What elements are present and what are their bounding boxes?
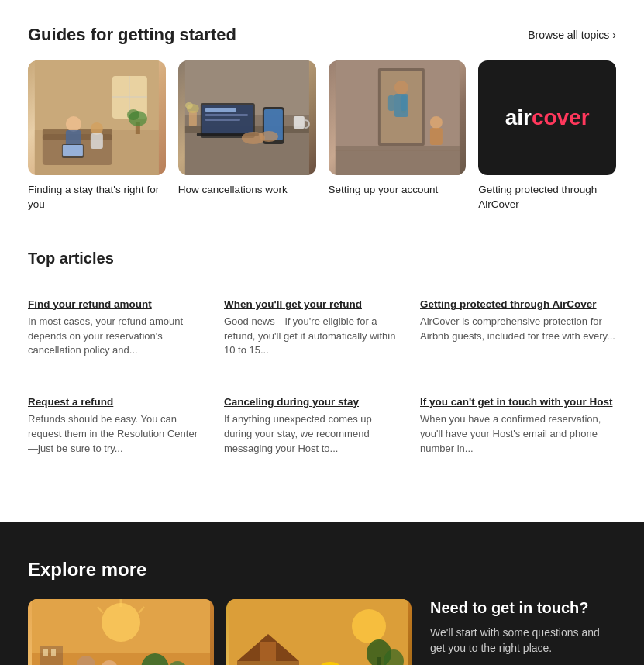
svg-rect-68 (237, 661, 299, 665)
article-desc-when-refund: Good news—if you're eligible for a refun… (224, 315, 401, 359)
guide-card-aircover-label: Getting protected through AirCover (478, 183, 616, 212)
guide-card-setting-up-label: Setting up your account (329, 183, 467, 198)
explore-layout: Our community policies How we build a fo… (28, 599, 616, 665)
chevron-right-icon: › (612, 29, 616, 41)
explore-section: Explore more (0, 522, 644, 665)
article-item-aircover-protection: Getting protected through AirCover AirCo… (420, 286, 616, 378)
svg-rect-42 (400, 95, 406, 111)
explore-card-community[interactable]: Our community policies How we build a fo… (28, 599, 214, 665)
article-item-cant-reach-host: If you can't get in touch with your Host… (420, 377, 616, 475)
article-desc-cant-reach-host: When you have a confirmed reservation, y… (420, 412, 616, 457)
guide-card-finding-stay-label: Finding a stay that's right for you (28, 183, 166, 212)
svg-point-32 (185, 102, 193, 109)
guide-card-finding-stay[interactable]: Finding a stay that's right for you (28, 60, 166, 212)
svg-rect-22 (205, 114, 248, 116)
articles-grid: Find your refund amount In most cases, y… (28, 286, 616, 475)
article-item-request-refund: Request a refund Refunds should be easy.… (28, 377, 224, 475)
svg-rect-21 (205, 108, 236, 112)
svg-rect-29 (294, 116, 305, 129)
explore-cards: Our community policies How we build a fo… (28, 599, 412, 665)
guide-card-setting-up[interactable]: Setting up your account (329, 60, 467, 212)
svg-point-8 (91, 122, 103, 135)
top-articles-title: Top articles (28, 250, 616, 267)
svg-rect-41 (387, 95, 394, 111)
explore-card-safety[interactable]: Safety tips and guidelines Resources to … (226, 599, 412, 665)
article-link-canceling-stay[interactable]: Canceling during your stay (224, 396, 401, 408)
guide-card-cancellations-label: How cancellations work (178, 183, 316, 198)
explore-title: Explore more (28, 559, 616, 581)
article-desc-canceling-stay: If anything unexpected comes up during y… (224, 412, 401, 457)
guide-card-aircover[interactable]: aircover Getting protected through AirCo… (478, 60, 616, 212)
svg-rect-70 (260, 642, 276, 661)
article-item-refund-amount: Find your refund amount In most cases, y… (28, 286, 224, 378)
article-desc-request-refund: Refunds should be easy. You can request … (28, 412, 205, 457)
svg-rect-9 (91, 133, 103, 149)
browse-all-link[interactable]: Browse all topics › (528, 29, 616, 41)
contact-box: Need to get in touch? We'll start with s… (430, 599, 616, 665)
contact-title: Need to get in touch? (430, 599, 616, 617)
svg-rect-64 (51, 649, 56, 656)
svg-point-39 (394, 81, 408, 95)
top-articles-section: Top articles Find your refund amount In … (28, 250, 616, 475)
aircover-cover-text: cover (532, 105, 590, 129)
article-link-refund-amount[interactable]: Find your refund amount (28, 298, 205, 310)
svg-point-67 (352, 609, 386, 643)
article-desc-aircover-protection: AirCover is comprehensive protection for… (420, 315, 616, 344)
svg-rect-23 (205, 119, 240, 121)
article-link-request-refund[interactable]: Request a refund (28, 396, 205, 408)
guides-title: Guides for getting started (28, 25, 236, 45)
article-item-canceling-stay: Canceling during your stay If anything u… (224, 377, 420, 475)
svg-rect-45 (335, 150, 459, 151)
contact-desc: We'll start with some questions and get … (430, 625, 616, 656)
guide-card-cancellations[interactable]: How cancellations work (178, 60, 316, 212)
guides-grid: Finding a stay that's right for you (28, 60, 616, 212)
article-link-cant-reach-host[interactable]: If you can't get in touch with your Host (420, 396, 616, 408)
svg-point-4 (66, 116, 81, 132)
svg-point-48 (102, 603, 140, 642)
svg-rect-7 (63, 145, 83, 156)
svg-rect-63 (43, 649, 48, 656)
svg-rect-44 (429, 128, 442, 145)
article-link-when-refund[interactable]: When you'll get your refund (224, 298, 401, 310)
svg-point-43 (429, 116, 442, 129)
article-item-when-refund: When you'll get your refund Good news—if… (224, 286, 420, 378)
svg-point-15 (127, 109, 139, 120)
aircover-air-text: air (505, 105, 532, 129)
svg-point-28 (260, 131, 278, 142)
article-desc-refund-amount: In most cases, your refund amount depend… (28, 315, 205, 359)
article-link-aircover-protection[interactable]: Getting protected through AirCover (420, 298, 616, 310)
